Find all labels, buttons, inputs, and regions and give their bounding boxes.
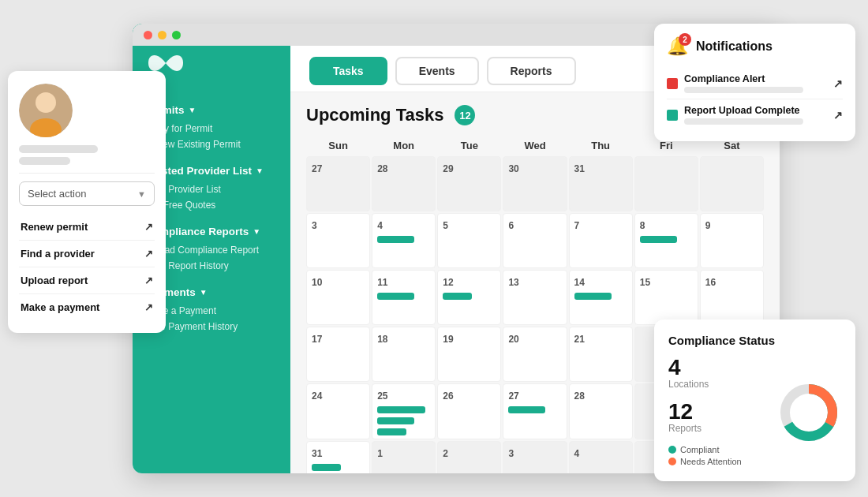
table-row: 8 bbox=[634, 213, 698, 268]
compliance-status-title: Compliance Status bbox=[668, 334, 841, 347]
table-row: 4 bbox=[372, 213, 436, 268]
cal-header-tue: Tue bbox=[437, 136, 501, 155]
compliance-status-panel: Compliance Status 4 Locations 12 Reports… bbox=[654, 320, 855, 481]
cal-header-wed: Wed bbox=[503, 136, 567, 155]
compliance-body: 4 Locations 12 Reports Compliant Needs A… bbox=[668, 357, 841, 469]
cal-header-mon: Mon bbox=[372, 136, 436, 155]
tab-events[interactable]: Events bbox=[395, 57, 479, 85]
select-action-dropdown[interactable]: Select action ▼ bbox=[19, 181, 155, 206]
table-row: 4 bbox=[569, 441, 633, 473]
table-row: 1 bbox=[372, 441, 436, 473]
table-row: 31 bbox=[569, 156, 633, 211]
external-link-icon[interactable]: ↗ bbox=[833, 109, 843, 121]
table-row: 14 bbox=[569, 270, 633, 325]
cal-event bbox=[640, 236, 677, 243]
donut-chart bbox=[776, 380, 841, 445]
table-row: 26 bbox=[437, 383, 501, 439]
table-row bbox=[700, 156, 764, 211]
table-row: 13 bbox=[503, 270, 567, 325]
action-item-find-provider[interactable]: Find a provider ↗ bbox=[19, 241, 155, 267]
user-name-bar bbox=[19, 145, 98, 153]
table-row: 3 bbox=[306, 213, 370, 268]
permits-arrow: ▼ bbox=[189, 106, 196, 114]
user-sub-bar bbox=[19, 157, 70, 165]
cal-event bbox=[377, 428, 406, 435]
cal-event bbox=[508, 406, 545, 413]
svg-point-6 bbox=[793, 397, 825, 428]
cal-header-thu: Thu bbox=[569, 136, 633, 155]
user-panel: Select action ▼ Renew permit ↗ Find a pr… bbox=[8, 71, 166, 333]
cal-event bbox=[574, 293, 612, 300]
table-row: 25 bbox=[372, 383, 436, 439]
notifications-panel: 🔔 2 Notifications Compliance Alert ↗ Rep… bbox=[654, 24, 855, 141]
table-row: 5 bbox=[437, 213, 501, 268]
cal-event bbox=[312, 464, 341, 471]
action-item-upload-report[interactable]: Upload report ↗ bbox=[19, 267, 155, 294]
trusted-provider-arrow: ▼ bbox=[256, 166, 264, 175]
table-row: 11 bbox=[372, 270, 436, 325]
calendar-title: Upcoming Tasks bbox=[306, 105, 443, 125]
legend-dot-needs-attention bbox=[668, 458, 676, 465]
table-row: 24 bbox=[306, 383, 370, 439]
table-row: 17 bbox=[306, 327, 370, 382]
table-row: 6 bbox=[503, 213, 567, 268]
notifications-title: Notifications bbox=[696, 39, 773, 54]
legend-dot-compliant bbox=[668, 446, 676, 454]
table-row: 28 bbox=[569, 383, 633, 439]
legend-needs-attention: Needs Attention bbox=[668, 457, 769, 466]
payments-arrow: ▼ bbox=[200, 288, 208, 297]
table-row: 28 bbox=[372, 156, 436, 211]
locations-label: Locations bbox=[668, 379, 769, 390]
minimize-dot bbox=[158, 31, 166, 39]
table-row: 15 bbox=[634, 270, 698, 325]
table-row: 16 bbox=[700, 270, 764, 325]
table-row: 9 bbox=[700, 213, 764, 268]
table-row bbox=[634, 156, 698, 211]
action-item-renew-permit[interactable]: Renew permit ↗ bbox=[19, 214, 155, 241]
external-link-icon[interactable]: ↗ bbox=[833, 77, 843, 90]
notification-item-report-upload: Report Upload Complete ↗ bbox=[667, 99, 843, 130]
maximize-dot bbox=[172, 31, 181, 39]
table-row: 27 bbox=[503, 383, 567, 439]
table-row: 30 bbox=[503, 156, 567, 211]
svg-point-1 bbox=[36, 92, 56, 113]
cal-event bbox=[377, 406, 425, 413]
external-link-icon: ↗ bbox=[144, 221, 153, 233]
table-row: 10 bbox=[306, 270, 370, 325]
reports-count: 12 bbox=[668, 401, 769, 423]
table-row: 12 bbox=[437, 270, 501, 325]
notif-label-compliance-alert: Compliance Alert bbox=[684, 73, 833, 84]
table-row: 7 bbox=[569, 213, 633, 268]
reports-label: Reports bbox=[668, 423, 769, 434]
tab-reports[interactable]: Reports bbox=[487, 57, 576, 85]
table-row: 31 bbox=[306, 441, 370, 473]
notif-sub-compliance-alert bbox=[684, 87, 803, 93]
action-item-make-payment[interactable]: Make a payment ↗ bbox=[19, 294, 155, 320]
notif-dot-red bbox=[667, 78, 678, 89]
donut-legend: Compliant Needs Attention bbox=[668, 445, 769, 466]
cal-event bbox=[377, 236, 414, 243]
notification-bell-wrap: 🔔 2 bbox=[667, 36, 688, 57]
compliance-reports-arrow: ▼ bbox=[253, 227, 260, 236]
cal-event bbox=[377, 293, 414, 300]
notification-count-badge: 2 bbox=[679, 33, 691, 46]
notification-item-compliance-alert: Compliance Alert ↗ bbox=[667, 68, 843, 99]
close-dot bbox=[144, 31, 152, 39]
cal-event bbox=[443, 293, 472, 300]
table-row: 3 bbox=[503, 441, 567, 473]
table-row: 18 bbox=[372, 327, 436, 382]
task-count-badge: 12 bbox=[455, 105, 475, 125]
table-row: 29 bbox=[437, 156, 501, 211]
locations-count: 4 bbox=[668, 357, 769, 379]
donut-chart-svg bbox=[776, 380, 841, 445]
tab-tasks[interactable]: Tasks bbox=[309, 57, 387, 85]
external-link-icon: ↗ bbox=[144, 275, 153, 286]
avatar bbox=[19, 84, 73, 137]
notif-sub-report-upload bbox=[684, 118, 803, 125]
external-link-icon: ↗ bbox=[144, 248, 153, 260]
cal-header-sun: Sun bbox=[306, 136, 370, 155]
external-link-icon: ↗ bbox=[144, 301, 153, 313]
table-row: 20 bbox=[503, 327, 567, 382]
notif-dot-green bbox=[667, 110, 678, 121]
table-row: 21 bbox=[569, 327, 633, 382]
